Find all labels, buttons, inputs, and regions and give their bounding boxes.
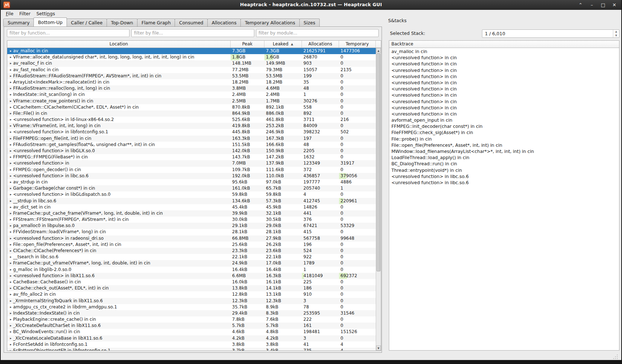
table-row[interactable]: ▸<unresolved function> in libc.so.6192.0…: [7, 173, 376, 179]
expand-arrow-icon[interactable]: ▸: [8, 167, 13, 173]
tab-consumed[interactable]: Consumed: [175, 19, 208, 27]
maximize-button[interactable]: □: [599, 1, 607, 9]
expand-arrow-icon[interactable]: ▸: [8, 79, 13, 85]
expand-arrow-icon[interactable]: ▸: [8, 198, 13, 204]
expand-arrow-icon[interactable]: ▸: [8, 98, 13, 104]
minimize-button[interactable]: –: [588, 1, 596, 9]
expand-arrow-icon[interactable]: ▸: [8, 223, 13, 229]
table-row[interactable]: ▸_XlcCreateDefaultCharSet in libX11.so.6…: [7, 323, 376, 329]
table-row[interactable]: ▸amdgpu_cs_ctx_create2 in libdrm_amdgpu.…: [7, 304, 376, 310]
expand-arrow-icon[interactable]: ▸: [8, 54, 13, 60]
filter-function-input[interactable]: [7, 29, 129, 37]
tab-caller-callee[interactable]: Caller / Callee: [67, 19, 107, 27]
table-row[interactable]: ▸FcPatternObjectInsertElt in libfontconf…: [7, 348, 376, 351]
backtrace-frame[interactable]: <unresolved function> in cin: [389, 55, 619, 61]
table-row[interactable]: ▸VFrame::VFrame(int, int, int, long) in …: [7, 123, 376, 129]
backtrace-frame[interactable]: BC_DialogThread::run() in cin: [389, 161, 619, 167]
expand-arrow-icon[interactable]: ▸: [8, 310, 13, 316]
scroll-down-icon[interactable]: ▼: [376, 345, 381, 351]
expand-arrow-icon[interactable]: ▸: [8, 154, 13, 160]
expand-arrow-icon[interactable]: ▸: [8, 217, 13, 223]
tab-sizes[interactable]: Sizes: [299, 19, 320, 27]
table-row[interactable]: ▸IndexState::init_scan(long) in cin2.4MB…: [7, 92, 376, 98]
tab-temporary-allocations[interactable]: Temporary Allocations: [240, 19, 299, 27]
expand-arrow-icon[interactable]: ▸: [8, 298, 13, 304]
expand-arrow-icon[interactable]: ▸: [8, 267, 13, 273]
expand-arrow-icon[interactable]: ▸: [8, 273, 13, 279]
spin-down-icon[interactable]: ▼: [613, 34, 619, 38]
backtrace-header[interactable]: Backtrace: [389, 41, 619, 48]
expand-arrow-icon[interactable]: ▸: [8, 210, 13, 217]
expand-arrow-icon[interactable]: ▸: [8, 148, 13, 154]
expand-arrow-icon[interactable]: ▸: [8, 335, 13, 341]
expand-arrow-icon[interactable]: ▸: [8, 341, 13, 348]
table-row[interactable]: ▸<unresolved function> in7.0MB137.9kB123…: [7, 160, 376, 166]
column-header-alloc[interactable]: Allocations: [302, 41, 339, 48]
table-row[interactable]: ▸File::File() in cin864.9kB886.0kB8920: [7, 110, 376, 117]
tab-flame-graph[interactable]: Flame Graph: [137, 19, 175, 27]
table-row[interactable]: ▸_XlcCreateLocaleDataBase in libX11.so.6…: [7, 335, 376, 341]
table-row[interactable]: ▸FrameCache::put_cache_frame(VFrame*, lo…: [7, 210, 376, 217]
backtrace-frame[interactable]: <unresolved function> in cin: [389, 111, 619, 117]
backtrace-frame[interactable]: <unresolved function> in cin: [389, 105, 619, 111]
filter-file-input[interactable]: [131, 29, 254, 37]
expand-arrow-icon[interactable]: ▸: [8, 92, 13, 98]
backtrace-frame[interactable]: FFMPEG::init_decoder(char const*) in cin: [389, 124, 619, 130]
tab-top-down[interactable]: Top-Down: [107, 19, 137, 27]
backtrace-frame[interactable]: FileFFMPEG::check_sig(Asset*) in cin: [389, 130, 619, 136]
expand-arrow-icon[interactable]: ▸: [8, 179, 13, 185]
expand-arrow-icon[interactable]: ▸: [8, 260, 13, 266]
table-row[interactable]: ▸IndexState::IndexState() in cin29.4kB8.…: [7, 310, 376, 316]
backtrace-frame[interactable]: <unresolved function> in libc.so.6: [389, 180, 619, 186]
expand-arrow-icon[interactable]: ▸: [8, 348, 13, 351]
menu-file[interactable]: File: [3, 10, 16, 17]
backtrace-frame[interactable]: <unresolved function> in cin: [389, 92, 619, 98]
resize-grip[interactable]: [613, 354, 618, 359]
table-row[interactable]: ▸FFMPEG::FFMPEG(FileBase*) in cin143.7kB…: [7, 154, 376, 160]
table-row[interactable]: ▸PlaybackEngine::create_cache() in cin7.…: [7, 316, 376, 323]
table-row[interactable]: ▸<unresolved function> in libfontconfig.…: [7, 129, 376, 135]
expand-arrow-icon[interactable]: ▸: [8, 185, 13, 191]
table-row[interactable]: ▸ArrayList<IndexMark>::reallocate(int) i…: [7, 79, 376, 85]
expand-arrow-icon[interactable]: ▸: [8, 136, 13, 142]
table-row[interactable]: ▸CICache::CICache(Preferences*) in cin23…: [7, 248, 376, 254]
scroll-up-icon[interactable]: ▲: [376, 48, 381, 53]
tab-bottom-up[interactable]: Bottom-Up: [33, 17, 67, 27]
expand-arrow-icon[interactable]: ▸: [8, 248, 13, 254]
column-header-leaked[interactable]: Leaked▲: [264, 41, 302, 48]
backtrace-frame[interactable]: <unresolved function> in cin: [389, 68, 619, 74]
menu-filter[interactable]: Filter: [16, 10, 33, 17]
table-row[interactable]: ▸FFMPEG::open_decoder() in cin109.7kB111…: [7, 167, 376, 173]
expand-arrow-icon[interactable]: ▸: [8, 173, 13, 179]
table-row[interactable]: ▸FFStream::FFStream(FFMPEG*, AVStream*, …: [7, 217, 376, 223]
expand-arrow-icon[interactable]: ▸: [8, 160, 13, 166]
column-header-temp[interactable]: Temporary: [339, 41, 376, 48]
backtrace-frame[interactable]: <unresolved function> in cin: [389, 99, 619, 105]
table-row[interactable]: ▸pa_xmalloc0 in libpulse.so.029.1kB29.0k…: [7, 223, 376, 229]
table-row[interactable]: ▸<unresolved function> in ld-linux-x86-6…: [7, 117, 376, 123]
expand-arrow-icon[interactable]: ▸: [8, 242, 13, 248]
backtrace-frame[interactable]: File::probe() in cin: [389, 136, 619, 142]
expand-arrow-icon[interactable]: ▸: [8, 48, 13, 54]
expand-arrow-icon[interactable]: ▸: [8, 254, 13, 260]
expand-arrow-icon[interactable]: ▸: [8, 60, 13, 66]
expand-arrow-icon[interactable]: ▸: [8, 142, 13, 148]
expand-arrow-icon[interactable]: ▸: [8, 73, 13, 79]
column-header-peak[interactable]: Peak: [231, 41, 264, 48]
tab-summary[interactable]: Summary: [3, 19, 34, 27]
table-row[interactable]: ▸VFrame::create_row_pointers() in cin2.5…: [7, 98, 376, 104]
table-row[interactable]: ▸CICache::check_out(Asset*, EDL*, int) i…: [7, 285, 376, 291]
table-row[interactable]: ▸av_fast_realloc in cin77.2MB79.3MB15057…: [7, 67, 376, 73]
table-row[interactable]: ▸Garbage::Garbage(char const*) in cin161…: [7, 185, 376, 191]
table-row[interactable]: ▸av_realloc_f in cin148.1MB149.9MB9030: [7, 60, 376, 66]
backtrace-frame[interactable]: MWindow::load_filenames(ArrayList<char*>…: [389, 149, 619, 155]
expand-arrow-icon[interactable]: ▸: [8, 323, 13, 329]
scrollbar-thumb[interactable]: [376, 53, 380, 271]
expand-arrow-icon[interactable]: ▸: [8, 104, 13, 110]
expand-arrow-icon[interactable]: ▸: [8, 204, 13, 210]
close-button[interactable]: ✕: [610, 1, 618, 9]
table-row[interactable]: ▸FrameCache::put_vframe(VFrame*, long, i…: [7, 260, 376, 266]
expand-arrow-icon[interactable]: ▸: [8, 67, 13, 73]
column-header-loc[interactable]: Location: [7, 41, 231, 48]
expand-arrow-icon[interactable]: ▸: [8, 304, 13, 310]
